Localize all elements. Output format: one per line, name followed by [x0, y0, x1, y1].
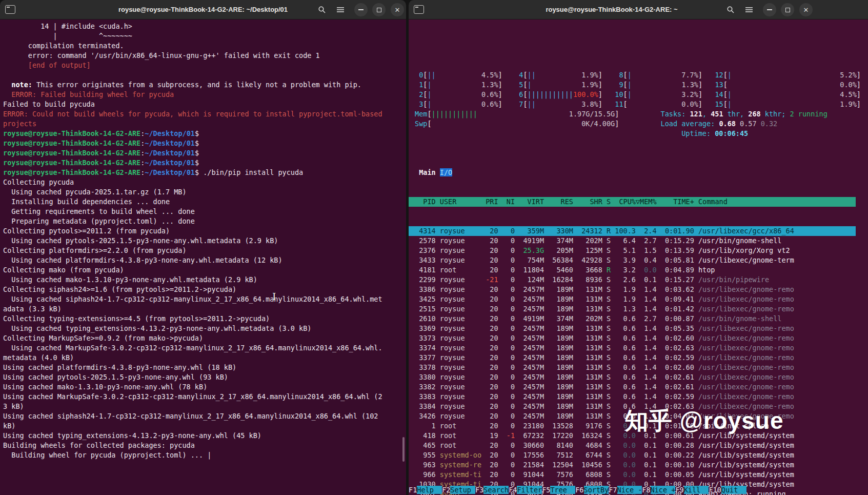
process-row[interactable]: 2515 roysue 20 0 2457M 189M 131M S 1.3 1… [409, 304, 856, 314]
tab-main[interactable]: Main [419, 168, 436, 176]
maximize-button[interactable] [372, 3, 386, 16]
column-header-shr[interactable]: SHR [577, 197, 602, 206]
process-row[interactable]: 3380 roysue 20 0 2457M 189M 131M S 0.6 1… [409, 372, 856, 382]
process-row[interactable]: 4181 root 20 0 11804 5460 3668 R 3.2 0.0… [409, 265, 856, 275]
htop-meters: 0[|| 4.5%] 4[|| 1.9%] 8[| 7.7%] 12[| 5.2… [415, 70, 868, 148]
terminal-line: roysue@roysue-ThinkBook-14-G2-ARE:~/Desk… [3, 168, 406, 177]
terminal-line: Getting requirements to build wheel ... … [3, 207, 406, 216]
column-header-mem[interactable]: MEM% [640, 197, 657, 206]
terminal-output[interactable]: 14 | #include <cuda.h> | ^~~~~~~~ compil… [0, 19, 406, 495]
column-header-virt[interactable]: VIRT [519, 197, 544, 206]
close-button[interactable]: ✕ [799, 3, 813, 16]
titlebar-right[interactable]: roysue@roysue-ThinkBook-14-G2-ARE: ~ ✕ [409, 0, 868, 19]
fkey-f10[interactable]: F10Quit [709, 486, 746, 494]
tab-io[interactable]: I/O [440, 168, 452, 176]
process-row[interactable]: 3382 roysue 20 0 2457M 189M 131M S 0.6 1… [409, 382, 856, 392]
process-row[interactable]: 966 systemd-ti 20 0 91044 7576 6808 S 0.… [409, 470, 856, 480]
process-row[interactable]: 3425 roysue 20 0 2457M 189M 131M S 1.9 1… [409, 294, 856, 304]
process-row[interactable]: 1 root 20 0 23180 13528 9176 S 0.0 0.1 0… [409, 421, 856, 431]
fkey-f1[interactable]: F1Help [409, 486, 442, 494]
terminal-line: Using cached mako-1.3.10-py3-none-any.wh… [3, 275, 406, 285]
minimize-button[interactable] [763, 3, 776, 16]
process-row[interactable]: 3373 roysue 20 0 2457M 189M 131M S 0.6 1… [409, 333, 856, 343]
terminal-line: [end of output] [3, 61, 406, 70]
process-row[interactable]: 2376 roysue 20 0 25.3G 205M 125M S 5.1 1… [409, 246, 856, 255]
fkey-f8[interactable]: F8Nice + [642, 486, 675, 494]
search-button[interactable] [724, 3, 737, 16]
fkey-f6[interactable]: F6SortBy [575, 486, 609, 494]
menu-button[interactable] [334, 3, 347, 16]
process-row[interactable]: 465 root 20 0 30660 8140 4684 S 0.0 0.1 … [409, 441, 856, 450]
terminal-line: Failed to build pycuda [3, 100, 406, 109]
column-header-pid[interactable]: PID [415, 197, 436, 206]
process-row[interactable]: 2610 roysue 20 0 4919M 374M 202M S 0.6 2… [409, 314, 856, 324]
process-row[interactable]: 418 root 19 -1 67232 17220 16324 S 0.0 0… [409, 431, 856, 441]
memory-meter: Mem[||||||||||| 1.97G/15.5G] Tasks: 121,… [415, 109, 868, 119]
terminal-line: 14 | #include <cuda.h> [3, 22, 406, 31]
terminal-line: Collecting siphash24>=1.6 (from pytools>… [3, 285, 406, 294]
close-button[interactable]: ✕ [391, 3, 404, 16]
terminal-line: roysue@roysue-ThinkBook-14-G2-ARE:~/Desk… [3, 148, 406, 158]
column-header-pri[interactable]: PRI [486, 197, 498, 206]
maximize-button[interactable] [781, 3, 794, 16]
fkey-f7[interactable]: F7Nice - [609, 486, 642, 494]
column-header-time[interactable]: TIME+ [661, 197, 694, 206]
column-header-s[interactable]: S [607, 197, 611, 206]
process-row-selected[interactable]: 4314 roysue 20 0 359M 330M 24312 R 100.3… [409, 226, 856, 236]
terminal-line: kB) [3, 421, 406, 431]
fkey-f3[interactable]: F3Search [475, 486, 509, 494]
terminal-window-right[interactable]: roysue@roysue-ThinkBook-14-G2-ARE: ~ ✕ 0… [409, 0, 868, 495]
terminal-line: Installing build dependencies ... done [3, 197, 406, 207]
process-row[interactable]: 3426 roysue 20 0 2457M 189M 131M S 0.6 1… [409, 411, 856, 421]
process-row[interactable]: 963 systemd-re 20 0 21584 12504 10456 S … [409, 460, 856, 470]
process-row[interactable]: 3386 roysue 20 0 2457M 189M 131M S 1.9 1… [409, 285, 856, 294]
column-header-command[interactable]: Command [698, 197, 728, 206]
search-icon [726, 6, 735, 14]
process-row[interactable]: 3377 roysue 20 0 2457M 189M 131M S 0.6 1… [409, 353, 856, 363]
terminal-tab-icon [5, 5, 15, 14]
process-row[interactable]: 3383 roysue 20 0 2457M 189M 131M S 0.6 1… [409, 392, 856, 402]
terminal-line: Collecting MarkupSafe>=0.9.2 (from mako-… [3, 333, 406, 343]
terminal-line: roysue@roysue-ThinkBook-14-G2-ARE:~/Desk… [3, 129, 406, 138]
minimize-button[interactable] [354, 3, 368, 16]
process-row[interactable]: 3384 roysue 20 0 2457M 189M 131M S 0.6 1… [409, 402, 856, 411]
fkey-f2[interactable]: F2Setup [442, 486, 475, 494]
process-row[interactable]: 2299 roysue -21 0 124M 16284 8936 S 2.6 … [409, 275, 856, 285]
process-row[interactable]: 955 systemd-oo 20 0 17556 7512 6744 S 0.… [409, 450, 856, 460]
terminal-line: compilation terminated. [3, 41, 406, 51]
terminal-line: error: command '/usr/bin/x86_64-linux-gn… [3, 51, 406, 61]
column-header-ni[interactable]: NI [502, 197, 515, 206]
uptime-line: Uptime: 00:06:45 [415, 129, 868, 138]
terminal-tab-icon [414, 5, 424, 14]
maximize-icon [785, 8, 790, 12]
terminal-line: Collecting mako (from pycuda) [3, 265, 406, 275]
process-row[interactable]: 3433 roysue 20 0 754M 56384 42928 S 3.9 … [409, 255, 856, 265]
titlebar-left[interactable]: roysue@roysue-ThinkBook-14-G2-ARE: ~/Des… [0, 0, 406, 19]
process-row[interactable]: 2578 roysue 20 0 4919M 374M 202M S 6.4 2… [409, 236, 856, 246]
terminal-line: ERROR: Could not build wheels for pycuda… [3, 109, 406, 119]
process-row[interactable]: 3374 roysue 20 0 2457M 189M 131M S 0.6 1… [409, 343, 856, 353]
column-header-cpu[interactable]: CPU% [615, 197, 636, 206]
process-row[interactable]: 3378 roysue 20 0 2457M 189M 131M S 0.6 1… [409, 363, 856, 372]
fkey-f5[interactable]: F5Tree [542, 486, 575, 494]
process-row[interactable]: 3369 roysue 20 0 2457M 189M 131M S 0.6 1… [409, 324, 856, 333]
terminal-line: roysue@roysue-ThinkBook-14-G2-ARE:~/Desk… [3, 138, 406, 148]
terminal-line: Collecting platformdirs>=2.2.0 (from pyc… [3, 246, 406, 255]
terminal-line: 3 kB) [3, 402, 406, 411]
menu-button[interactable] [742, 3, 756, 16]
fkey-f9[interactable]: F9Kill [675, 486, 709, 494]
process-table-header[interactable]: PID USER PRI NI VIRT RES SHR S CPU%▽MEM%… [409, 197, 856, 207]
column-header-res[interactable]: RES [548, 197, 573, 206]
terminal-line: Using cached platformdirs-4.3.8-py3-none… [3, 255, 406, 265]
terminal-line: Building wheel for pycuda (pyproject.tom… [3, 450, 406, 460]
terminal-window-left[interactable]: roysue@roysue-ThinkBook-14-G2-ARE: ~/Des… [0, 0, 406, 495]
terminal-line: Using cached pytools-2025.1.5-py3-none-a… [3, 372, 406, 382]
fkey-f4[interactable]: F4Filter [509, 486, 542, 494]
terminal-line: Using cached pytools-2025.1.5-py3-none-a… [3, 236, 406, 246]
terminal-line: note: This error originates from a subpr… [3, 80, 406, 90]
scrollbar-thumb[interactable] [402, 437, 405, 462]
search-icon [318, 6, 326, 14]
column-header-user[interactable]: USER [440, 197, 481, 206]
search-button[interactable] [315, 3, 329, 16]
terminal-line: roysue@roysue-ThinkBook-14-G2-ARE:~/Desk… [3, 158, 406, 168]
